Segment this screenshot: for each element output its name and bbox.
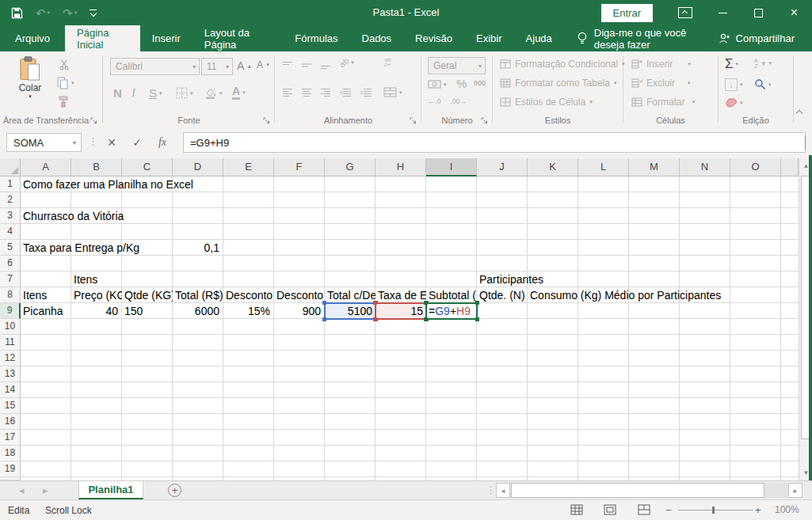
tab-ajuda[interactable]: Ajuda [514,25,564,51]
cell-i9-edit-box[interactable]: =G9+H9 [425,302,478,320]
row-header-15[interactable]: 15 [0,398,21,414]
search-icon[interactable]: ▾ [754,78,772,90]
conditional-formatting-button[interactable]: Formatação Condicional▾ [500,59,625,70]
decrease-indent-icon[interactable] [339,88,352,97]
tab-formulas[interactable]: Fórmulas [283,25,349,51]
row-header-13[interactable]: 13 [0,366,21,382]
align-left-icon[interactable] [282,88,293,97]
column-header-k[interactable]: K [528,158,578,176]
italic-button[interactable]: I [132,86,135,100]
cell-a9[interactable]: Picanha [21,303,71,319]
select-all-corner[interactable] [0,158,21,176]
tell-me-box[interactable]: Diga-me o que você deseja fazer [577,25,718,51]
cell-f8[interactable]: Desconto [274,287,325,303]
cell-h8[interactable]: Taxa de Er [376,287,426,303]
tab-revisao[interactable]: Revisão [403,25,464,51]
column-header-n[interactable]: N [680,158,730,176]
format-cells-button[interactable]: Formatar▾ [631,97,695,108]
column-header-g[interactable]: G [325,158,376,176]
alignment-dialog-launcher-icon[interactable] [410,117,417,125]
row-header-10[interactable]: 10 [0,319,21,335]
column-header-h[interactable]: H [376,158,426,176]
insert-cells-button[interactable]: Inserir▾ [631,59,691,70]
row-header-11[interactable]: 11 [0,335,21,351]
tab-dados[interactable]: Dados [350,25,404,51]
sheet-grid[interactable] [21,176,799,480]
font-dialog-launcher-icon[interactable] [263,117,271,125]
cell-a5[interactable]: Taxa para Entrega p/Kg [21,240,142,256]
cell-j8[interactable]: Qtde. (N) [477,287,528,303]
collapse-ribbon-icon[interactable] [797,111,802,116]
ribbon-display-options-icon[interactable] [673,0,705,25]
column-header-d[interactable]: D [173,158,223,176]
fill-down-icon[interactable]: ↓ ▾ [725,78,743,91]
cut-icon[interactable] [59,59,71,70]
increase-indent-icon[interactable] [360,88,372,97]
row-header-2[interactable]: 2 [0,192,21,208]
cell-a3[interactable]: Churrasco da Vitória [21,208,126,224]
sheet-nav-left-icon[interactable]: ◂ [19,484,25,496]
cell-g8[interactable]: Total c/De [325,287,376,303]
save-icon[interactable] [11,7,23,19]
paste-button[interactable]: Colar ▾ [10,56,51,120]
format-painter-icon[interactable] [58,96,69,108]
tab-inserir[interactable]: Inserir [140,25,193,51]
bold-button[interactable]: N [113,86,122,100]
sheet-tab-planilha1[interactable]: Planilha1 [78,481,143,499]
merge-center-icon[interactable]: ▾ [383,87,402,97]
zoom-out-icon[interactable]: − [665,504,672,516]
cell-e8[interactable]: Desconto [223,287,274,303]
column-header-c[interactable]: C [122,158,173,176]
normal-view-icon[interactable] [570,504,583,515]
zoom-slider-thumb[interactable] [712,507,715,514]
column-header-o[interactable]: O [730,158,781,176]
page-break-view-icon[interactable] [638,504,650,515]
tab-pagina-inicial[interactable]: Página Inicial [65,25,140,51]
cell-h9-reference-box[interactable]: 15 [375,302,427,320]
redo-icon[interactable]: ↷▾ [63,7,77,19]
cell-e9[interactable]: 15% [223,303,274,319]
formula-input[interactable]: =G9+H9 [183,132,806,153]
underline-button[interactable]: S▾ [149,86,162,100]
maximize-button[interactable] [741,0,776,25]
cell-i8[interactable]: Subtotal ( [426,287,477,303]
number-dialog-launcher-icon[interactable] [481,117,489,125]
cell-g9-reference-box[interactable]: 5100 [324,302,376,320]
tab-layout-da-pagina[interactable]: Layout da Página [193,25,284,51]
horizontal-scroll-thumb[interactable] [511,483,764,498]
row-header-12[interactable]: 12 [0,351,21,366]
column-header-b[interactable]: B [71,158,122,176]
close-button[interactable]: × [776,0,812,25]
sign-in-button[interactable]: Entrar [601,4,653,22]
customize-quick-access-icon[interactable] [90,9,97,16]
cell-d5[interactable]: 0,1 [173,240,223,256]
expand-formula-bar-icon[interactable] [805,135,806,150]
tab-arquivo[interactable]: Arquivo [0,25,65,51]
clear-eraser-icon[interactable]: ▾ [725,97,743,108]
wrap-text-icon[interactable]: abc↵ [384,58,391,67]
cell-c9[interactable]: 150 [122,303,173,319]
share-button[interactable]: Compartilhar [718,25,812,51]
row-header-19[interactable]: 19 [0,461,21,477]
enter-icon[interactable]: ✓ [127,133,147,152]
row-header-9[interactable]: 9 [0,303,21,319]
cell-styles-button[interactable]: Estilos de Célula▾ [500,97,593,108]
scroll-right-icon[interactable]: ▸ [788,483,802,498]
shrink-font-icon[interactable]: A▼ [257,59,270,70]
cell-c8[interactable]: Qtde (KG) [122,287,173,303]
row-header-6[interactable]: 6 [0,256,21,271]
increase-decimal-icon[interactable]: ←.0 [428,97,441,105]
row-header-7[interactable]: 7 [0,271,21,287]
font-name-combo[interactable]: Calibri▾ [110,58,200,75]
tab-exibir[interactable]: Exibir [464,25,514,51]
row-header-5[interactable]: 5 [0,240,21,256]
column-header-l[interactable]: L [578,158,629,176]
align-top-icon[interactable] [282,61,293,70]
row-header-3[interactable]: 3 [0,208,21,224]
cancel-icon[interactable]: ✕ [101,133,122,152]
sheet-nav-right-icon[interactable]: ▸ [43,484,48,496]
autosum-icon[interactable]: Σ▾ [725,56,738,72]
cell-a8[interactable]: Itens [21,287,71,303]
decrease-decimal-icon[interactable]: .00→ [450,97,467,105]
add-sheet-icon[interactable]: + [168,484,181,497]
